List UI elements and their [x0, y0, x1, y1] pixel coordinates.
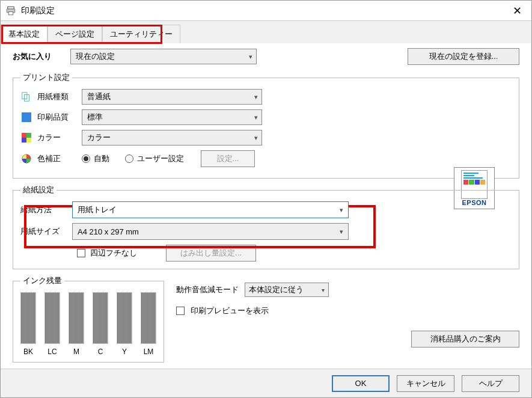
svg-rect-0	[8, 7, 14, 9]
close-icon[interactable]: ✕	[507, 1, 527, 20]
color-select[interactable]: カラー	[82, 130, 262, 145]
paper-feed-legend: 給紙設定	[20, 185, 57, 195]
correction-icon	[20, 154, 32, 164]
paper-size-label: 用紙サイズ	[20, 226, 67, 237]
register-settings-button[interactable]: 現在の設定を登録...	[408, 48, 519, 65]
footer: OK キャンセル ヘルプ	[1, 369, 531, 397]
svg-rect-5	[22, 112, 31, 122]
correction-label: 色補正	[37, 153, 77, 164]
ink-bar-lm	[141, 292, 156, 344]
feed-method-select[interactable]: 用紙トレイ	[72, 201, 349, 218]
color-label: カラー	[37, 132, 77, 143]
cancel-button[interactable]: キャンセル	[397, 375, 454, 392]
dialog-body: お気に入り 現在の設定 現在の設定を登録... プリント設定 用紙種類 普通紙 …	[1, 43, 531, 395]
tab-basic[interactable]: 基本設定	[1, 25, 47, 43]
borderless-label: 四辺フチなし	[90, 248, 137, 259]
preview-label: 印刷プレビューを表示	[191, 305, 269, 316]
paper-feed-group: 給紙設定 給紙方法 用紙トレイ 用紙サイズ A4 210 x 297 mm 四辺…	[13, 185, 519, 269]
svg-rect-10	[26, 138, 31, 142]
paper-size-select[interactable]: A4 210 x 297 mm	[72, 223, 349, 240]
quality-select[interactable]: 標準	[82, 109, 262, 125]
paper-type-icon	[20, 91, 32, 102]
favorites-label: お気に入り	[13, 51, 70, 62]
titlebar: 印刷設定 ✕	[1, 1, 531, 21]
svg-rect-8	[26, 133, 31, 138]
ink-bar-lc	[44, 292, 60, 344]
quiet-mode-label: 動作音低減モード	[176, 284, 239, 295]
svg-rect-2	[8, 11, 13, 14]
supplies-button[interactable]: 消耗品購入のご案内	[411, 331, 519, 347]
tab-utility[interactable]: ユーティリティー	[102, 25, 180, 43]
borderless-checkbox[interactable]	[77, 249, 85, 257]
ink-level-legend: インク残量	[20, 275, 64, 286]
favorites-select[interactable]: 現在の設定	[70, 49, 257, 64]
print-settings-group: プリント設定 用紙種類 普通紙 印刷品質 標準 カラー カラー 色補正	[13, 72, 519, 179]
print-settings-window: 印刷設定 ✕ 基本設定 ページ設定 ユーティリティー お気に入り 現在の設定 現…	[0, 0, 532, 398]
tab-page[interactable]: ページ設定	[47, 25, 102, 43]
print-settings-legend: プリント設定	[20, 72, 72, 83]
ink-bar-c	[93, 292, 108, 344]
quiet-mode-select[interactable]: 本体設定に従う	[245, 283, 329, 297]
svg-rect-7	[22, 133, 26, 138]
preview-checkbox[interactable]	[176, 307, 185, 315]
correction-settings-button[interactable]: 設定...	[201, 150, 255, 167]
correction-user-radio[interactable]: ユーザー設定	[125, 153, 184, 164]
ink-level-group: インク残量 BK LC M C Y LM	[13, 275, 164, 363]
feed-method-label: 給紙方法	[20, 204, 67, 215]
ink-bars: BK LC M C Y LM	[20, 292, 156, 356]
help-button[interactable]: ヘルプ	[462, 375, 519, 392]
ok-button[interactable]: OK	[332, 375, 390, 392]
quality-label: 印刷品質	[37, 112, 77, 123]
paper-type-select[interactable]: 普通紙	[82, 89, 262, 105]
svg-rect-9	[22, 138, 26, 142]
ink-bar-y	[117, 292, 132, 344]
ink-bar-bk	[20, 292, 36, 344]
tabs: 基本設定 ページ設定 ユーティリティー	[1, 21, 531, 43]
color-icon	[20, 133, 32, 142]
window-title: 印刷設定	[21, 5, 507, 16]
correction-auto-radio[interactable]: 自動	[82, 153, 109, 164]
ink-bar-m	[69, 292, 84, 344]
borderless-settings-button[interactable]: はみ出し量設定...	[166, 245, 256, 262]
printer-icon	[5, 5, 16, 16]
quality-icon	[20, 112, 32, 122]
paper-type-label: 用紙種類	[37, 91, 77, 102]
favorites-row: お気に入り 現在の設定 現在の設定を登録...	[13, 48, 519, 65]
